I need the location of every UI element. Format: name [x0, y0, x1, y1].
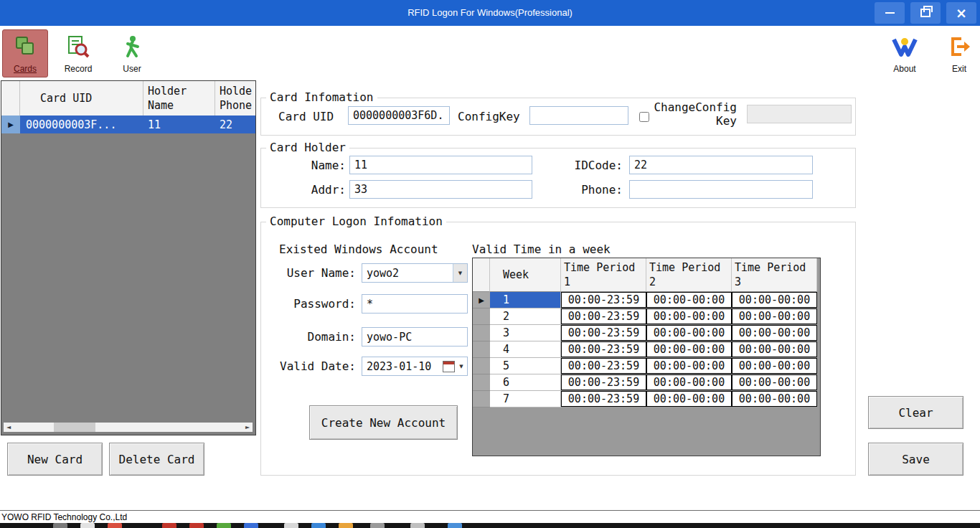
phone-input[interactable] — [629, 180, 813, 199]
idcode-input[interactable] — [629, 156, 813, 174]
row-selector-cell — [473, 308, 490, 325]
toolbar-item-record[interactable]: Record — [55, 29, 101, 77]
username-combobox[interactable]: yowo2 ▼ — [362, 263, 468, 283]
toolbar-item-about[interactable]: About — [882, 29, 928, 77]
week-grid-row[interactable]: ▶ 1 00:00-23:59 00:00-00:00 00:00-00:00 — [473, 292, 820, 308]
time-period-1-cell[interactable]: 00:00-23:59 — [561, 358, 646, 374]
taskbar-icon[interactable] — [80, 523, 95, 528]
column-header-card-uid[interactable]: Card UID — [20, 81, 143, 116]
week-cell[interactable]: 3 — [490, 325, 561, 341]
time-period-1-cell[interactable]: 00:00-23:59 — [561, 292, 646, 308]
week-grid-row[interactable]: 6 00:00-23:59 00:00-00:00 00:00-00:00 — [473, 374, 820, 391]
new-card-button[interactable]: New Card — [7, 443, 103, 476]
scrollbar-thumb[interactable] — [54, 423, 95, 432]
toolbar-item-cards[interactable]: Cards — [2, 29, 48, 77]
taskbar-icon[interactable] — [217, 523, 231, 528]
taskbar-icon[interactable] — [244, 523, 258, 528]
taskbar-icon[interactable] — [53, 523, 67, 528]
time-period-3-cell[interactable]: 00:00-00:00 — [732, 292, 817, 308]
time-period-2-cell[interactable]: 00:00-00:00 — [646, 358, 732, 374]
toolbar-label-exit: Exit — [952, 64, 966, 74]
table-row[interactable]: ▶ 0000000003F... 11 22 — [1, 116, 256, 133]
column-header-week[interactable]: Week — [490, 258, 561, 292]
restore-button[interactable] — [910, 2, 941, 24]
column-header-holder-name[interactable]: Holder Name — [143, 81, 215, 116]
taskbar-icon[interactable] — [370, 523, 385, 528]
time-period-1-cell[interactable]: 00:00-23:59 — [561, 391, 646, 407]
time-period-1-cell[interactable]: 00:00-23:59 — [561, 325, 646, 341]
password-input[interactable] — [362, 294, 468, 314]
restore-icon — [920, 9, 930, 17]
phone-label: Phone: — [548, 183, 623, 197]
scroll-right-icon[interactable]: ► — [242, 423, 253, 432]
taskbar-icon[interactable] — [189, 523, 204, 528]
taskbar-icon[interactable] — [410, 523, 425, 528]
clear-button[interactable]: Clear — [868, 396, 963, 429]
week-cell[interactable]: 6 — [490, 374, 561, 391]
time-period-2-cell[interactable]: 00:00-00:00 — [646, 341, 732, 357]
save-button[interactable]: Save — [868, 443, 963, 476]
week-grid-row[interactable]: 2 00:00-23:59 00:00-00:00 00:00-00:00 — [473, 308, 820, 325]
week-grid-row[interactable]: 5 00:00-23:59 00:00-00:00 00:00-00:00 — [473, 358, 820, 374]
chevron-down-icon[interactable]: ▼ — [453, 264, 467, 282]
time-period-3-cell[interactable]: 00:00-00:00 — [732, 391, 817, 407]
time-period-2-cell[interactable]: 00:00-00:00 — [646, 308, 732, 324]
scroll-left-icon[interactable]: ◄ — [4, 423, 14, 432]
toolbar-item-exit[interactable]: Exit — [936, 29, 980, 77]
taskbar-icon[interactable] — [284, 523, 298, 528]
week-grid-row[interactable]: 4 00:00-23:59 00:00-00:00 00:00-00:00 — [473, 341, 820, 358]
cell-holder-phone[interactable]: 22 — [215, 116, 256, 133]
cell-card-uid[interactable]: 0000000003F... — [20, 116, 143, 133]
name-input[interactable] — [349, 156, 532, 174]
card-uid-label: Card UID — [278, 110, 334, 123]
horizontal-scrollbar[interactable]: ◄ ► — [4, 423, 253, 432]
cell-holder-name[interactable]: 11 — [143, 116, 215, 133]
time-period-3-cell[interactable]: 00:00-00:00 — [732, 341, 817, 357]
column-header-period-2[interactable]: Time Period 2 — [646, 258, 732, 292]
week-cell[interactable]: 1 — [490, 292, 561, 308]
changeconfig-checkbox[interactable] — [639, 112, 649, 122]
time-period-2-cell[interactable]: 00:00-00:00 — [646, 391, 732, 407]
taskbar-icon[interactable] — [311, 523, 326, 528]
card-uid-input[interactable] — [348, 106, 450, 125]
time-period-1-cell[interactable]: 00:00-23:59 — [561, 374, 646, 390]
column-header-period-3[interactable]: Time Period 3 — [732, 258, 817, 292]
time-period-1-cell[interactable]: 00:00-23:59 — [561, 308, 646, 324]
time-period-3-cell[interactable]: 00:00-00:00 — [732, 358, 817, 374]
time-period-3-cell[interactable]: 00:00-00:00 — [732, 308, 817, 324]
close-button[interactable]: × — [946, 2, 976, 24]
taskbar-icon[interactable] — [448, 523, 462, 528]
date-dropdown-icon[interactable]: ▼ — [457, 364, 466, 369]
taskbar-icon[interactable] — [162, 523, 176, 528]
time-period-2-cell[interactable]: 00:00-00:00 — [646, 292, 732, 308]
time-period-3-cell[interactable]: 00:00-00:00 — [732, 374, 817, 390]
week-grid-row[interactable]: 7 00:00-23:59 00:00-00:00 00:00-00:00 — [473, 391, 820, 407]
week-cell[interactable]: 5 — [490, 358, 561, 374]
toolbar-item-user[interactable]: User — [109, 29, 155, 77]
time-period-2-cell[interactable]: 00:00-00:00 — [646, 374, 732, 390]
column-header-period-1[interactable]: Time Period 1 — [561, 258, 646, 292]
time-period-1-cell[interactable]: 00:00-23:59 — [561, 341, 646, 357]
delete-card-button[interactable]: Delete Card — [109, 443, 204, 476]
week-grid-row[interactable]: 3 00:00-23:59 00:00-00:00 00:00-00:00 — [473, 325, 820, 341]
create-new-account-button[interactable]: Create New Account — [309, 405, 458, 440]
week-cell[interactable]: 4 — [490, 341, 561, 358]
valid-date-picker[interactable]: 2023-01-10 ▼ — [362, 357, 468, 376]
window-title: RFID Logon For Windows(Professional) — [0, 7, 980, 18]
time-period-2-cell[interactable]: 00:00-00:00 — [646, 325, 732, 341]
week-cell[interactable]: 7 — [490, 391, 561, 407]
taskbar-icon[interactable] — [108, 523, 122, 528]
domain-input[interactable] — [362, 327, 468, 346]
card-holder-title: Card Holder — [266, 141, 349, 154]
time-period-3-cell[interactable]: 00:00-00:00 — [732, 325, 817, 341]
week-cell[interactable]: 2 — [490, 308, 561, 325]
taskbar-icon[interactable] — [339, 523, 353, 528]
addr-input[interactable] — [349, 180, 532, 199]
username-value: yowo2 — [362, 267, 453, 280]
computer-logon-title: Computer Logon Infomation — [266, 214, 446, 228]
minimize-button[interactable] — [875, 2, 905, 24]
valid-time-grid: Week Time Period 1 Time Period 2 Time Pe… — [472, 258, 821, 456]
toolbar-label-record: Record — [65, 64, 93, 74]
configkey-input[interactable] — [529, 106, 628, 125]
column-header-holder-phone[interactable]: Holde Phone — [215, 81, 256, 116]
